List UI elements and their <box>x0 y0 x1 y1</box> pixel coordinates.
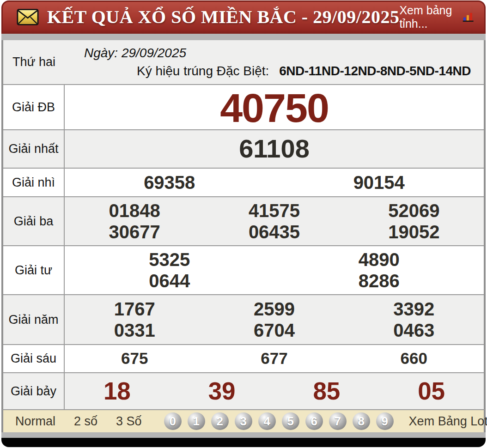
prize-number: 0463 <box>344 321 484 340</box>
weekday-label: Thứ hai <box>3 40 65 84</box>
prize-label: Giải tư <box>3 246 65 294</box>
prize-label: Giải bảy <box>3 373 65 409</box>
prize-number: 01848 <box>65 201 204 220</box>
prize-number: 2599 <box>204 299 344 319</box>
prize-number: 5325 <box>65 250 274 269</box>
loto-table-link[interactable]: Xem Bảng Loto <box>409 414 487 429</box>
prize-row-second: Giải nhì 69358 90154 <box>3 168 484 196</box>
prize-row-seventh: Giải bảy 18 39 85 05 <box>3 372 484 409</box>
prize-number: 0331 <box>65 321 204 340</box>
header-right: Xem bảng tỉnh... <box>399 4 474 30</box>
special-sign-value: 6ND-11ND-12ND-8ND-5ND-14ND <box>279 64 471 78</box>
prize-number: 30677 <box>65 222 204 242</box>
digit-ball-7[interactable]: 7 <box>329 412 347 430</box>
footer-toolbar: Normal 2 số 3 Số 0 1 2 3 4 5 6 7 8 9 Xem… <box>1 409 486 432</box>
prize-number: 660 <box>344 350 484 367</box>
header-bar: KẾT QUẢ XỔ SỐ MIỀN BẮC - 29/09/2025 Xem … <box>1 0 486 34</box>
date-text: Ngày: 29/09/2025 <box>65 46 484 61</box>
results-table: Thứ hai Ngày: 29/09/2025 Ký hiệu trúng Đ… <box>1 40 486 409</box>
mode-button-normal[interactable]: Normal <box>12 414 65 429</box>
prize-number: 61108 <box>65 135 484 163</box>
prize-number: 4890 <box>274 250 484 269</box>
digit-ball-9[interactable]: 9 <box>376 412 394 430</box>
prize-number: 52069 <box>344 201 484 220</box>
prize-number: 19052 <box>344 222 484 242</box>
prize-number: 3392 <box>344 299 484 319</box>
prize-label: Giải sáu <box>3 345 65 372</box>
info-row: Thứ hai Ngày: 29/09/2025 Ký hiệu trúng Đ… <box>3 40 484 84</box>
prize-row-fifth: Giải năm 1767 2599 3392 0331 6704 0463 <box>3 294 484 344</box>
province-table-link[interactable]: Xem bảng tỉnh... <box>399 4 458 30</box>
bar-chart-icon[interactable] <box>463 10 474 24</box>
prize-number: 18 <box>65 378 170 404</box>
prize-number: 05 <box>379 378 484 404</box>
special-sign-label: Ký hiệu trúng Đặc Biệt: <box>137 64 269 78</box>
digit-ball-2[interactable]: 2 <box>211 412 229 430</box>
bottom-frame <box>1 438 486 447</box>
prize-row-first: Giải nhất 61108 <box>3 129 484 168</box>
mode-button-3-digits[interactable]: 3 Số <box>107 414 151 429</box>
prize-row-fourth: Giải tư 5325 4890 0644 8286 <box>3 245 484 294</box>
prize-row-special: Giải ĐB 40750 <box>3 84 484 129</box>
prize-number: 0644 <box>65 271 274 291</box>
prize-label: Giải ĐB <box>3 85 65 129</box>
special-sign-line: Ký hiệu trúng Đặc Biệt: 6ND-11ND-12ND-8N… <box>65 64 484 79</box>
prize-number: 6704 <box>204 321 344 340</box>
digit-ball-5[interactable]: 5 <box>282 412 299 430</box>
prize-number: 69358 <box>65 173 274 192</box>
prize-row-third: Giải ba 01848 41575 52069 30677 06435 19… <box>3 196 484 245</box>
prize-number: 8286 <box>274 271 484 291</box>
prize-number: 90154 <box>274 173 484 192</box>
page-title: KẾT QUẢ XỔ SỐ MIỀN BẮC - 29/09/2025 <box>47 6 399 28</box>
prize-label: Giải nhất <box>3 130 65 168</box>
prize-label: Giải năm <box>3 295 65 344</box>
prize-number: 39 <box>170 378 274 404</box>
prize-label: Giải nhì <box>3 169 65 196</box>
prize-number: 675 <box>65 350 204 367</box>
envelope-icon <box>17 8 39 26</box>
top-divider-strip <box>1 34 486 40</box>
prize-number: 41575 <box>204 201 344 220</box>
digit-ball-4[interactable]: 4 <box>258 412 276 430</box>
prize-label: Giải ba <box>3 197 65 245</box>
prize-number: 85 <box>274 378 379 404</box>
digit-ball-1[interactable]: 1 <box>188 412 205 430</box>
prize-number: 677 <box>204 350 344 367</box>
prize-number: 40750 <box>65 87 484 129</box>
prize-number: 1767 <box>65 299 204 319</box>
digit-ball-3[interactable]: 3 <box>235 412 252 430</box>
bottom-divider-strip <box>1 432 486 438</box>
info-cell: Ngày: 29/09/2025 Ký hiệu trúng Đặc Biệt:… <box>65 40 484 84</box>
digit-ball-8[interactable]: 8 <box>353 412 370 430</box>
prize-row-sixth: Giải sáu 675 677 660 <box>3 344 484 372</box>
prize-number: 06435 <box>204 222 344 242</box>
mode-button-2-digits[interactable]: 2 số <box>65 414 107 429</box>
digit-ball-6[interactable]: 6 <box>305 412 323 430</box>
digit-ball-list: 0 1 2 3 4 5 6 7 8 9 <box>164 412 394 430</box>
lottery-results-widget: KẾT QUẢ XỔ SỐ MIỀN BẮC - 29/09/2025 Xem … <box>1 0 486 447</box>
digit-ball-0[interactable]: 0 <box>164 412 182 430</box>
